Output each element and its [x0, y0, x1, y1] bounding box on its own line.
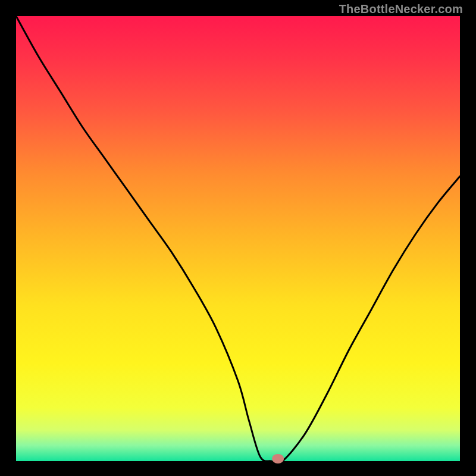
optimum-marker — [272, 454, 284, 464]
chart-container: TheBottleNecker.com — [0, 0, 476, 476]
plot-background — [16, 16, 460, 461]
watermark-text: TheBottleNecker.com — [339, 2, 463, 16]
bottleneck-chart — [0, 0, 476, 476]
